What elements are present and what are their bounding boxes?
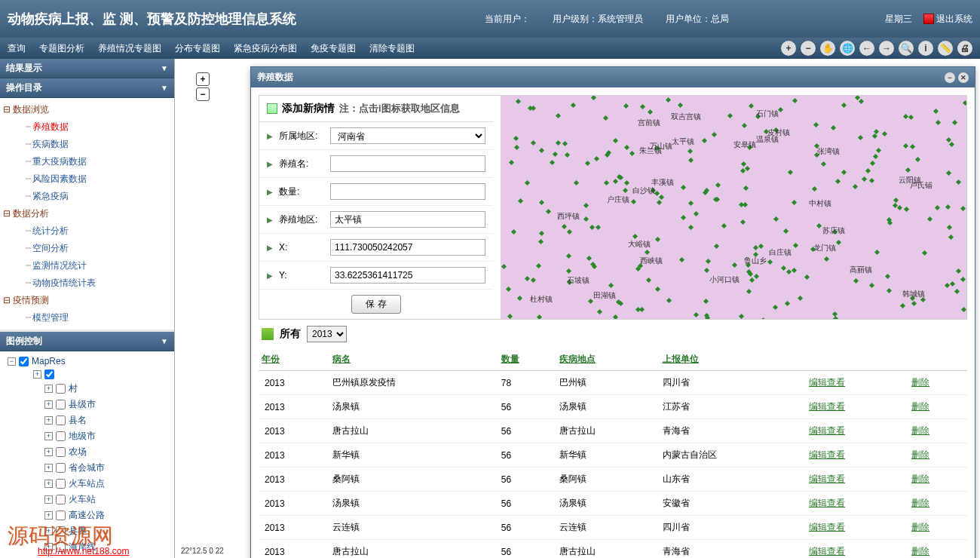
tree-item-monitor-stat[interactable]: 监测情况统计 (0, 257, 174, 274)
edit-link[interactable]: 编辑查看 (809, 546, 845, 556)
year-select[interactable]: 2013 (307, 326, 347, 342)
measure-icon[interactable]: 📏 (938, 41, 953, 56)
legend-item[interactable]: +省会城市 (3, 460, 171, 476)
menu-emerg[interactable]: 紧急疫病分布图 (234, 42, 297, 55)
map-label: 石坡镇 (567, 275, 590, 286)
tree-item-epidemic-stat[interactable]: 动物疫情统计表 (0, 274, 174, 292)
legend-item[interactable]: +村 (3, 381, 171, 397)
tree-item-emerg-epidemic[interactable]: 紧急疫病 (0, 188, 174, 205)
menu-thematic[interactable]: 专题图分析 (39, 42, 84, 55)
legend-item[interactable]: +地级市 (3, 428, 171, 444)
legend-item[interactable]: +火车站点 (3, 476, 171, 492)
result-panel-header[interactable]: 结果显示▼ (0, 59, 174, 78)
tree-item-stat[interactable]: 统计分析 (0, 222, 174, 240)
legend-root[interactable]: −MapRes (3, 354, 171, 368)
edit-link[interactable]: 编辑查看 (809, 522, 845, 532)
edit-link[interactable]: 编辑查看 (809, 449, 845, 460)
col-place[interactable]: 疾病地点 (556, 348, 659, 371)
tree-item-spatial[interactable]: 空间分析 (0, 240, 174, 257)
legend-sub[interactable]: + (3, 368, 171, 381)
map-label: 西峡镇 (640, 256, 663, 266)
left-panel: 结果显示▼ 操作目录▼ ⊟ 数据浏览 养殖数据 疾病数据 重大疫病数据 风险因素… (0, 59, 175, 558)
legend-item[interactable]: +高速公路 (3, 507, 171, 523)
map-label: 安皋镇 (733, 140, 756, 150)
delete-link[interactable]: 删除 (911, 546, 929, 556)
legend-item[interactable]: +县级市 (3, 397, 171, 412)
forward-icon[interactable]: → (879, 41, 894, 56)
region-select[interactable]: 河南省 (330, 127, 485, 144)
delete-link[interactable]: 删除 (911, 377, 929, 388)
edit-link[interactable]: 编辑查看 (809, 401, 845, 412)
tree-group-analysis[interactable]: ⊟ 数据分析 (0, 205, 174, 222)
delete-link[interactable]: 删除 (911, 498, 929, 508)
map-label: 韩城镇 (902, 289, 925, 299)
delete-link[interactable]: 删除 (911, 425, 929, 436)
weekday: 星期三 (885, 13, 912, 26)
logout-link[interactable]: 退出系统 (923, 13, 972, 26)
map-label: 张湾镇 (817, 146, 840, 157)
map-zoom-out[interactable]: − (196, 87, 210, 101)
map-label: 苏店镇 (822, 225, 845, 236)
menu-query[interactable]: 查询 (8, 42, 26, 55)
edit-link[interactable]: 编辑查看 (809, 498, 845, 508)
map-label: 田湖镇 (593, 290, 616, 301)
year-bar: 所有 2013 (259, 320, 967, 348)
map-preview[interactable]: 太平镇龙门镇西坪镇云阳镇石坡镇户庄镇田湖镇温泉镇万山镇大峪镇西峡镇安皋镇朱兰镇宫… (501, 96, 966, 319)
tree-group-forecast[interactable]: ⊟ 疫情预测 (0, 292, 174, 309)
x-coord-input[interactable] (330, 239, 485, 256)
tree-item-breed-data[interactable]: 养殖数据 (0, 118, 174, 136)
top-header: 动物疾病上报、监 测、预警及防控地理信息系统 当前用户： 用户级别：系统管理员 … (0, 0, 980, 38)
info-icon[interactable]: i (918, 41, 933, 56)
identify-icon[interactable]: 🔍 (899, 41, 914, 56)
col-qty[interactable]: 数量 (498, 348, 557, 371)
map-label: 西坪镇 (557, 211, 580, 222)
map-label: 中村镇 (809, 198, 831, 209)
legend-panel-header[interactable]: 图例控制▼ (0, 332, 174, 351)
quantity-input[interactable] (330, 183, 485, 200)
breed-area-input[interactable] (330, 211, 485, 228)
col-unit[interactable]: 上报单位 (660, 348, 806, 371)
legend-item[interactable]: +火车站 (3, 492, 171, 507)
table-row: 2013桑阿镇56桑阿镇山东省编辑查看删除 (259, 468, 967, 492)
window-header[interactable]: 养殖数据 − ✕ (251, 67, 975, 87)
scale-bar: 22°12.5 0 22 (181, 547, 224, 555)
y-coord-input[interactable] (330, 267, 485, 284)
legend-item[interactable]: +县名 (3, 412, 171, 428)
map-label: 小河口镇 (709, 274, 740, 285)
tree-item-major-epidemic[interactable]: 重大疫病数据 (0, 153, 174, 170)
delete-link[interactable]: 删除 (911, 401, 929, 412)
tree-group-data-browse[interactable]: ⊟ 数据浏览 (0, 101, 174, 118)
delete-link[interactable]: 删除 (911, 449, 929, 460)
edit-link[interactable]: 编辑查看 (809, 474, 845, 484)
legend-item[interactable]: +县界 (3, 523, 171, 539)
chevron-down-icon: ▼ (161, 64, 168, 72)
menu-clear[interactable]: 清除专题图 (369, 42, 415, 55)
map-label: 双吉宫镇 (671, 112, 701, 122)
delete-link[interactable]: 删除 (911, 522, 929, 532)
print-icon[interactable]: 🖨 (957, 41, 972, 56)
zoom-in-icon[interactable]: + (781, 41, 796, 56)
col-year[interactable]: 年份 (259, 348, 329, 371)
tree-item-disease-data[interactable]: 疾病数据 (0, 136, 174, 153)
close-icon[interactable]: ✕ (958, 72, 969, 83)
menu-breed[interactable]: 养殖情况专题图 (98, 42, 161, 55)
col-name[interactable]: 病名 (329, 348, 498, 371)
edit-link[interactable]: 编辑查看 (809, 425, 845, 436)
zoom-out-icon[interactable]: − (801, 41, 816, 56)
tree-item-model-mgmt[interactable]: 模型管理 (0, 309, 174, 327)
menu-immune[interactable]: 免疫专题图 (311, 42, 356, 55)
delete-link[interactable]: 删除 (911, 474, 929, 484)
save-button[interactable]: 保 存 (351, 295, 400, 314)
map-zoom-in[interactable]: + (196, 72, 210, 86)
tree-item-risk-factor[interactable]: 风险因素数据 (0, 170, 174, 188)
globe-icon[interactable]: 🌐 (840, 41, 855, 56)
pan-icon[interactable]: ✋ (820, 41, 835, 56)
minimize-icon[interactable]: − (945, 72, 955, 83)
legend-item[interactable]: +农场 (3, 444, 171, 460)
breed-name-input[interactable] (330, 155, 485, 172)
table-row: 2013汤泉镇56汤泉镇江苏省编辑查看删除 (259, 395, 967, 419)
menu-dist[interactable]: 分布专题图 (175, 42, 220, 55)
back-icon[interactable]: ← (859, 41, 874, 56)
edit-link[interactable]: 编辑查看 (809, 377, 845, 388)
catalog-panel-header[interactable]: 操作目录▼ (0, 78, 174, 98)
